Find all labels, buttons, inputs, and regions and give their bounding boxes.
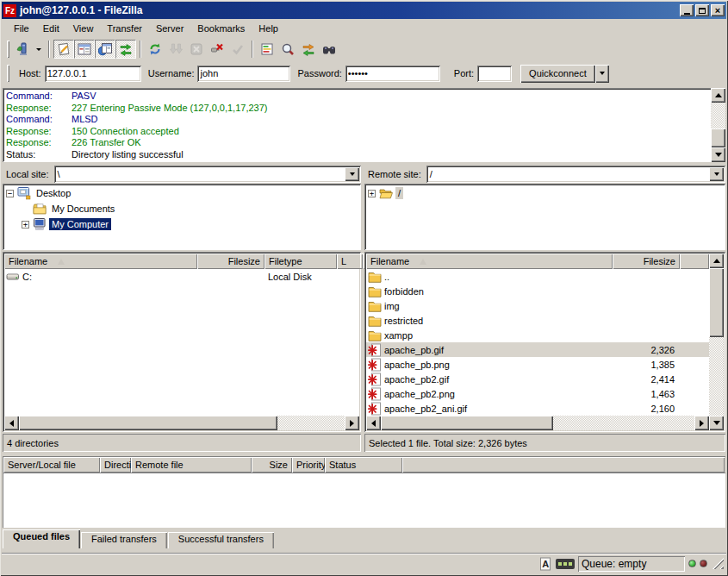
- resize-grip[interactable]: [712, 558, 724, 569]
- log-line: Command:PASV: [6, 91, 711, 103]
- queue-column-priority[interactable]: Priority: [292, 457, 325, 473]
- scroll-track[interactable]: [19, 416, 345, 430]
- file-row-apache-pb-png[interactable]: apache_pb.png1,385: [366, 357, 709, 372]
- file-row-img[interactable]: img: [366, 298, 709, 313]
- quickconnect-button[interactable]: Quickconnect: [520, 65, 595, 83]
- host-input[interactable]: [45, 66, 141, 82]
- toggle-remote-tree-button[interactable]: [95, 40, 115, 59]
- menu-transfer[interactable]: Transfer: [100, 22, 149, 35]
- toggle-transfer-queue-button[interactable]: [115, 40, 136, 59]
- queue-column-size[interactable]: Size: [252, 457, 292, 473]
- filter-button[interactable]: [257, 40, 277, 59]
- expand-toggle[interactable]: +: [368, 190, 376, 197]
- close-button[interactable]: ×: [711, 4, 725, 16]
- local-site-dropdown[interactable]: [345, 167, 359, 181]
- log-scrollbar[interactable]: [711, 88, 725, 162]
- reconnect-button[interactable]: [227, 40, 248, 59]
- minimize-button[interactable]: [680, 4, 694, 16]
- remote-site-combo[interactable]: /: [426, 166, 725, 183]
- scroll-track[interactable]: [711, 103, 725, 147]
- remote-h-scrollbar[interactable]: [366, 416, 709, 430]
- tab-successful-transfers[interactable]: Successful transfers: [168, 532, 274, 548]
- scroll-up-button[interactable]: [711, 88, 725, 103]
- queue-column-directi-[interactable]: Directi...: [100, 457, 131, 473]
- local-site-combo[interactable]: \: [54, 166, 361, 183]
- indicator-badge-icon[interactable]: [556, 559, 575, 569]
- quickconnect-dropdown[interactable]: [595, 65, 609, 83]
- scroll-right-button[interactable]: [345, 416, 359, 430]
- scroll-thumb[interactable]: [381, 416, 553, 430]
- compare-directories-button[interactable]: [277, 40, 298, 59]
- remote-v-scrollbar[interactable]: [709, 254, 724, 430]
- password-input[interactable]: [345, 66, 440, 82]
- menu-view[interactable]: View: [66, 22, 101, 35]
- scroll-track[interactable]: [381, 416, 694, 430]
- column-header-filename[interactable]: Filename: [366, 254, 613, 269]
- menu-help[interactable]: Help: [252, 22, 285, 35]
- column-header-filesize[interactable]: Filesize: [197, 254, 264, 269]
- cancel-operation-button[interactable]: [186, 40, 207, 59]
- maximize-button[interactable]: [695, 4, 709, 16]
- title-bar[interactable]: Fz john@127.0.0.1 - FileZilla ×: [2, 2, 726, 19]
- local-h-scrollbar[interactable]: [4, 416, 359, 430]
- remote-site-dropdown[interactable]: [709, 167, 724, 181]
- scroll-down-button[interactable]: [711, 147, 725, 162]
- toggle-local-tree-button[interactable]: [74, 40, 95, 59]
- scroll-left-button[interactable]: [4, 416, 19, 430]
- data-type-indicator-icon[interactable]: A: [538, 557, 552, 571]
- scroll-thumb[interactable]: [711, 128, 725, 147]
- file-row-apache-pb-gif[interactable]: apache_pb.gif2,326: [366, 342, 709, 357]
- file-row-apache-pb2-png[interactable]: apache_pb2.png1,463: [366, 386, 709, 401]
- toggle-message-log-button[interactable]: [53, 40, 74, 59]
- tree-item--[interactable]: +/: [364, 185, 725, 201]
- queue-column-remote-file[interactable]: Remote file: [131, 457, 252, 473]
- file-row-restricted[interactable]: restricted: [366, 313, 709, 328]
- site-manager-dropdown[interactable]: [33, 40, 45, 59]
- menu-bookmarks[interactable]: Bookmarks: [190, 22, 252, 35]
- file-row-forbidden[interactable]: forbidden: [366, 284, 709, 298]
- sync-browsing-button[interactable]: [298, 40, 319, 59]
- collapse-toggle[interactable]: −: [6, 190, 14, 197]
- scroll-thumb[interactable]: [709, 268, 724, 337]
- scroll-right-button[interactable]: [694, 416, 709, 430]
- menu-edit[interactable]: Edit: [36, 22, 66, 35]
- port-input[interactable]: [477, 66, 512, 82]
- expand-toggle[interactable]: +: [22, 221, 29, 229]
- file-row-apache-pb2-ani-gif[interactable]: apache_pb2_ani.gif2,160: [366, 401, 709, 416]
- scroll-track[interactable]: [709, 268, 724, 416]
- tree-item-my-computer[interactable]: +My Computer: [3, 216, 361, 232]
- refresh-button[interactable]: [145, 40, 165, 59]
- queue-column-status[interactable]: Status: [325, 457, 402, 473]
- menu-file[interactable]: File: [7, 22, 36, 35]
- site-manager-button[interactable]: [12, 40, 33, 59]
- queue-column-server-local-file[interactable]: Server/Local file: [3, 457, 100, 473]
- folder-icon: [368, 329, 382, 342]
- column-header-filesize[interactable]: Filesize: [613, 254, 680, 269]
- file-row-c-[interactable]: C:Local Disk: [4, 269, 359, 284]
- process-queue-button[interactable]: [165, 40, 186, 59]
- tab-failed-transfers[interactable]: Failed transfers: [81, 532, 167, 548]
- file-row-xampp[interactable]: xampp: [366, 328, 709, 342]
- tree-item-my-documents[interactable]: My Documents: [3, 201, 361, 216]
- scroll-down-button[interactable]: [709, 416, 724, 430]
- disconnect-button[interactable]: [207, 40, 227, 59]
- scroll-left-button[interactable]: [366, 416, 381, 430]
- username-input[interactable]: [197, 66, 290, 82]
- local-file-list: FilenameFilesizeFiletypeL C:Local Disk: [3, 252, 361, 432]
- toolbar-grip[interactable]: [7, 65, 9, 82]
- column-header-filetype[interactable]: Filetype: [264, 254, 337, 269]
- tab-queued-files[interactable]: Queued files: [3, 529, 80, 548]
- menu-server[interactable]: Server: [149, 22, 190, 35]
- column-header-filename[interactable]: Filename: [4, 254, 197, 269]
- scroll-thumb[interactable]: [19, 416, 277, 430]
- find-files-button[interactable]: [319, 40, 339, 59]
- queue-status-text: Queue: empty: [582, 558, 646, 570]
- scroll-up-button[interactable]: [709, 254, 724, 268]
- file-row--[interactable]: ..: [366, 269, 709, 284]
- cancel-icon: [190, 42, 203, 56]
- arrow-up-icon: [713, 259, 720, 263]
- tree-item-desktop[interactable]: −Desktop: [3, 185, 361, 201]
- file-row-apache-pb2-gif[interactable]: apache_pb2.gif2,414: [366, 372, 709, 386]
- sort-ascending-icon: [58, 259, 65, 265]
- column-header-l[interactable]: L: [337, 254, 363, 269]
